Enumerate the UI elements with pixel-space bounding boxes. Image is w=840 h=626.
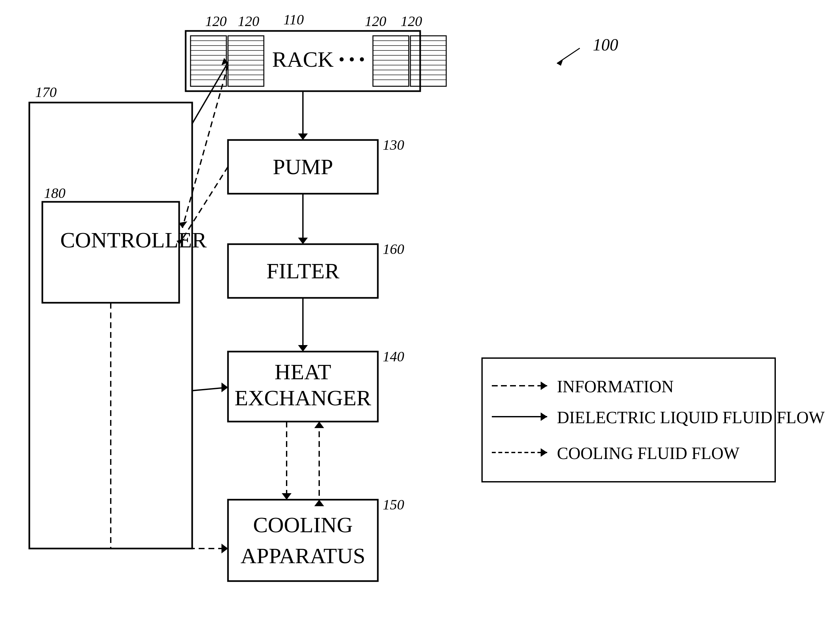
svg-text:• • •: • • • (339, 50, 365, 69)
svg-text:RACK: RACK (272, 47, 334, 72)
svg-text:140: 140 (383, 349, 404, 365)
svg-marker-57 (298, 238, 308, 244)
svg-text:CONTROLLER: CONTROLLER (60, 227, 207, 252)
svg-rect-78 (42, 202, 179, 303)
svg-text:HEAT: HEAT (274, 359, 331, 384)
svg-marker-94 (541, 382, 547, 390)
svg-marker-70 (314, 500, 324, 506)
svg-marker-97 (541, 412, 547, 421)
svg-text:PUMP: PUMP (273, 154, 333, 179)
svg-text:110: 110 (284, 12, 304, 28)
svg-marker-88 (221, 382, 228, 392)
svg-text:170: 170 (35, 85, 57, 100)
svg-text:100: 100 (593, 36, 618, 54)
svg-text:INFORMATION: INFORMATION (557, 377, 674, 396)
svg-text:120: 120 (205, 13, 227, 29)
svg-marker-62 (298, 345, 308, 352)
svg-text:DIELECTRIC LIQUID FLUID FLOW: DIELECTRIC LIQUID FLUID FLOW (557, 408, 825, 427)
svg-rect-72 (228, 500, 378, 581)
svg-line-1 (557, 48, 580, 64)
svg-text:EXCHANGER: EXCHANGER (235, 385, 371, 410)
svg-text:COOLING FLUID FLOW: COOLING FLUID FLOW (557, 444, 739, 463)
svg-marker-100 (541, 448, 547, 457)
svg-text:120: 120 (238, 13, 259, 29)
svg-marker-91 (221, 544, 228, 553)
svg-rect-14 (228, 36, 264, 86)
svg-text:150: 150 (383, 497, 404, 513)
svg-rect-26 (373, 36, 409, 86)
svg-text:160: 160 (383, 241, 404, 257)
svg-marker-71 (314, 422, 324, 428)
svg-text:FILTER: FILTER (266, 258, 340, 283)
svg-text:180: 180 (44, 185, 66, 201)
svg-text:COOLING: COOLING (253, 512, 353, 537)
svg-text:130: 130 (383, 137, 404, 153)
svg-text:APPARATUS: APPARATUS (241, 543, 365, 568)
svg-marker-52 (298, 133, 308, 140)
svg-rect-4 (191, 36, 226, 86)
svg-line-81 (192, 63, 228, 124)
svg-rect-36 (411, 36, 446, 86)
svg-text:120: 120 (365, 13, 386, 29)
diagram-container: 100 RACK • • • (0, 0, 840, 626)
svg-marker-68 (282, 493, 291, 500)
svg-text:120: 120 (401, 13, 422, 29)
